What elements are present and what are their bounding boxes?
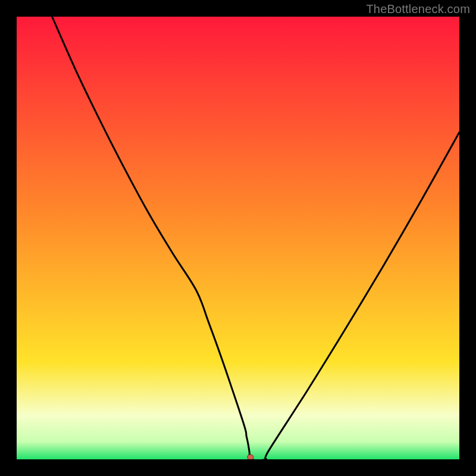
watermark-text: TheBottleneck.com (366, 2, 470, 16)
bottleneck-chart (17, 17, 459, 459)
chart-frame: TheBottleneck.com (0, 0, 476, 476)
plot-area (17, 17, 459, 459)
optimal-point-marker (248, 455, 253, 459)
gradient-background (17, 17, 459, 459)
